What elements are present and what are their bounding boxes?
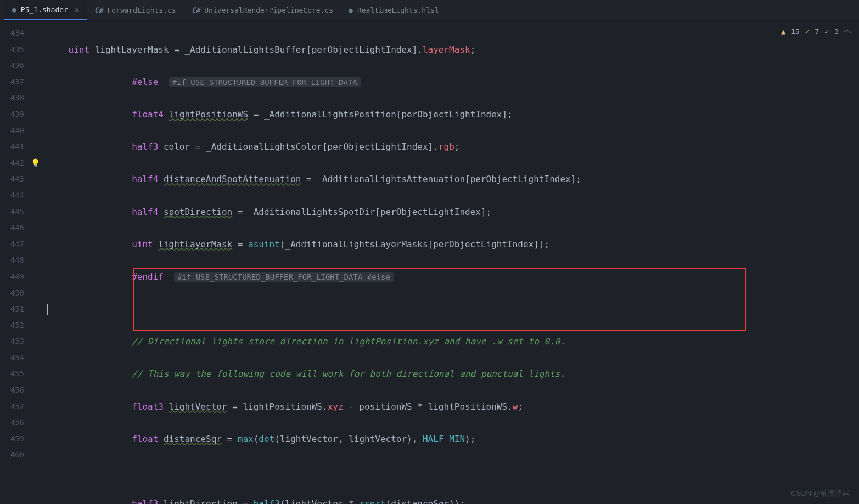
line-number: 448 bbox=[0, 252, 24, 269]
line-number: 442 bbox=[0, 155, 24, 172]
csharp-file-icon: C# bbox=[94, 6, 103, 14]
watermark: CSDN @楠溪泽岸 bbox=[791, 489, 849, 499]
gutter-icons: 💡 bbox=[31, 21, 47, 504]
tab-label: RealtimeLights.hlsl bbox=[357, 6, 439, 14]
line-number: 446 bbox=[0, 220, 24, 236]
caret bbox=[47, 304, 48, 315]
line-number: 445 bbox=[0, 204, 24, 220]
line-number: 437 bbox=[0, 74, 24, 90]
tab-realtimelights[interactable]: ● RealtimeLights.hlsl bbox=[341, 0, 447, 20]
hlsl-file-icon: ● bbox=[349, 6, 353, 14]
lightbulb-icon[interactable]: 💡 bbox=[31, 158, 40, 167]
line-number: 456 bbox=[0, 382, 24, 399]
line-number: 457 bbox=[0, 399, 24, 415]
line-number: 436 bbox=[0, 58, 24, 74]
tab-label: UniversalRenderPipelineCore.cs bbox=[204, 6, 333, 14]
line-number: 447 bbox=[0, 236, 24, 253]
code-area[interactable]: uint lightLayerMask = _AdditionalLightsB… bbox=[47, 21, 859, 504]
csharp-file-icon: C# bbox=[192, 6, 200, 14]
tab-bar: ● P5_1.shader × C# ForwardLights.cs C# U… bbox=[0, 0, 859, 21]
tab-label: ForwardLights.cs bbox=[107, 6, 176, 14]
line-number: 450 bbox=[0, 285, 24, 302]
tab-shader[interactable]: ● P5_1.shader × bbox=[4, 0, 87, 20]
line-number: 451 bbox=[0, 301, 24, 318]
line-number: 440 bbox=[0, 123, 24, 139]
line-number: 454 bbox=[0, 350, 24, 366]
line-number: 459 bbox=[0, 431, 24, 448]
line-number: 441 bbox=[0, 139, 24, 155]
line-gutter: 4344354364374384394404414424434444454464… bbox=[0, 21, 31, 504]
shader-file-icon: ● bbox=[12, 5, 16, 14]
editor[interactable]: 4344354364374384394404414424434444454464… bbox=[0, 21, 859, 504]
line-number: 449 bbox=[0, 269, 24, 285]
line-number: 458 bbox=[0, 415, 24, 431]
line-number: 460 bbox=[0, 447, 24, 463]
tab-forwardlights[interactable]: C# ForwardLights.cs bbox=[87, 0, 184, 20]
close-icon[interactable]: × bbox=[75, 5, 79, 14]
tab-urpcore[interactable]: C# UniversalRenderPipelineCore.cs bbox=[184, 0, 341, 20]
line-number: 435 bbox=[0, 42, 24, 58]
line-number: 439 bbox=[0, 106, 24, 123]
line-number: 434 bbox=[0, 25, 24, 42]
line-number: 455 bbox=[0, 366, 24, 382]
tab-label: P5_1.shader bbox=[21, 5, 68, 14]
line-number: 444 bbox=[0, 188, 24, 204]
line-number: 443 bbox=[0, 171, 24, 188]
line-number: 438 bbox=[0, 90, 24, 106]
line-number: 453 bbox=[0, 333, 24, 350]
line-number: 452 bbox=[0, 318, 24, 334]
